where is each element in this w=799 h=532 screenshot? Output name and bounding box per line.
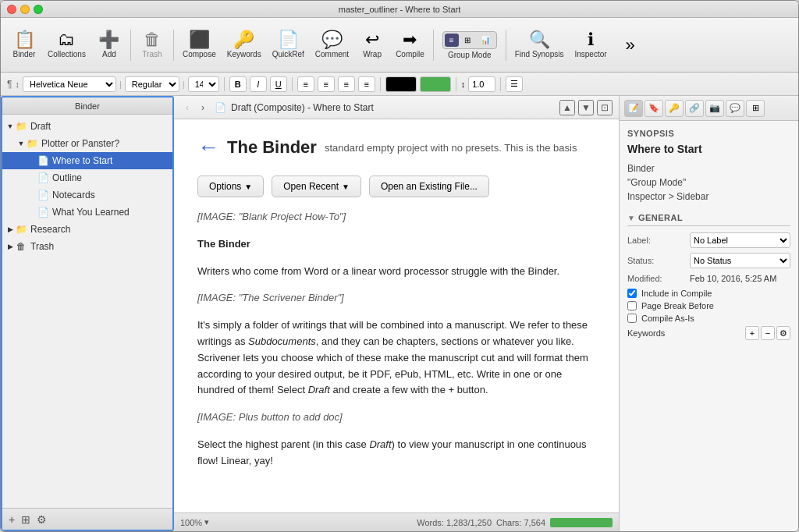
compose-button[interactable]: ⬛ Compose (178, 23, 221, 68)
insp-link-btn[interactable]: 🔗 (685, 100, 704, 117)
nav-up-button[interactable]: ▲ (559, 100, 575, 115)
align-right-button[interactable]: ≡ (338, 76, 355, 92)
separator-2 (173, 30, 174, 61)
maximize-button[interactable] (34, 5, 43, 14)
inspector-button[interactable]: ℹ Inspector (570, 23, 611, 68)
keywords-button[interactable]: 🔑 Keywords (222, 23, 266, 68)
sidebar-item-draft[interactable]: ▼ 📁 Draft (2, 118, 172, 135)
wrap-button[interactable]: ↩ Wrap (355, 23, 389, 68)
open-recent-button[interactable]: Open Recent ▼ (272, 176, 361, 197)
zoom-arrow-icon: ▾ (204, 517, 209, 527)
binder-arrow-icon: ← (197, 135, 219, 160)
options-button[interactable]: Options ▼ (197, 176, 264, 197)
sidebar-title: Binder (75, 101, 100, 111)
gm-outline-btn[interactable]: 📊 (476, 34, 495, 47)
status-field-row: Status: No Status (627, 253, 790, 268)
draft-em-2: Draft (369, 438, 391, 450)
doc-title: Draft (Composite) - Where to Start (231, 102, 374, 113)
highlight-color-button[interactable] (420, 76, 451, 92)
nav-split-button[interactable]: ⊡ (597, 100, 613, 115)
what-you-learned-label: What You Learned (52, 207, 130, 218)
quickref-button[interactable]: 📄 QuickRef (268, 23, 309, 68)
keywords-add-button[interactable]: + (745, 326, 759, 340)
align-left-button[interactable]: ≡ (297, 76, 314, 92)
image-2: [IMAGE: "The Scrivener Binder"] (197, 290, 595, 307)
insp-note-btn[interactable]: 💬 (726, 100, 744, 117)
label-select[interactable]: No Label (690, 232, 790, 248)
line-height-icon: ↕ (461, 80, 466, 89)
sidebar-item-trash[interactable]: ▶ 🗑 Trash (2, 238, 172, 255)
gm-list-btn[interactable]: ≡ (445, 34, 459, 47)
compile-icon: ➡ (403, 31, 417, 48)
binder-button[interactable]: 📋 Binder (7, 23, 41, 68)
synopsis-section-title: Synopsis (627, 129, 790, 138)
insp-camera-btn[interactable]: 📷 (705, 100, 724, 117)
insp-bookmark-btn[interactable]: 🔖 (645, 100, 663, 117)
sidebar-item-plotter[interactable]: ▼ 📁 Plotter or Panster? (2, 135, 172, 152)
insp-key-btn[interactable]: 🔑 (665, 100, 684, 117)
comment-button[interactable]: 💬 Comment (311, 23, 353, 68)
sidebar-settings-button[interactable]: ⚙ (37, 513, 47, 526)
page-break-checkbox[interactable] (627, 301, 637, 310)
the-binder-heading: The Binder (197, 238, 250, 250)
collections-button[interactable]: 🗂 Collections (43, 23, 91, 68)
synopsis-text-1: Binder (627, 161, 790, 176)
group-mode-button[interactable]: ≡ ⊞ 📊 Group Mode (438, 23, 502, 68)
sidebar-item-where-to-start[interactable]: 📄 Where to Start (2, 152, 172, 169)
insp-synopsis-btn[interactable]: 📝 (624, 100, 643, 117)
font-size-select[interactable]: 14 (188, 76, 219, 92)
sidebar-item-what-you-learned[interactable]: 📄 What You Learned (2, 204, 172, 221)
include-compile-row: Include in Compile (627, 289, 790, 298)
minimize-button[interactable] (20, 5, 30, 14)
open-existing-button[interactable]: Open an Existing File... (369, 176, 489, 197)
sidebar-add-button[interactable]: + (9, 513, 15, 526)
nav-right: ▲ ▼ ⊡ (559, 100, 613, 115)
collections-icon: 🗂 (58, 31, 75, 48)
list-button[interactable]: ☰ (506, 76, 523, 92)
size-sep: | (183, 80, 185, 89)
compile-button[interactable]: ➡ Compile (391, 23, 429, 68)
general-section-title: General (638, 213, 683, 222)
sep-format (224, 77, 225, 91)
sidebar-item-outline[interactable]: 📄 Outline (2, 169, 172, 186)
italic-button[interactable]: I (250, 76, 267, 92)
sidebar-item-notecards[interactable]: 📄 Notecards (2, 186, 172, 204)
draft-folder-icon: 📁 (15, 120, 27, 133)
open-existing-label: Open an Existing File... (381, 181, 478, 192)
char-count: Chars: 7,564 (496, 518, 545, 527)
compile-asis-checkbox[interactable] (627, 314, 637, 323)
sidebar-group-button[interactable]: ⊞ (21, 513, 30, 526)
add-button[interactable]: ➕ Add (92, 23, 126, 68)
more-button[interactable]: » (613, 23, 648, 68)
wrap-label: Wrap (363, 50, 382, 59)
sidebar-item-research[interactable]: ▶ 📁 Research (2, 221, 172, 238)
trash-button[interactable]: 🗑 Trash (135, 23, 169, 68)
keywords-icon: 🔑 (233, 31, 254, 48)
font-family-select[interactable]: Helvetica Neue (23, 76, 116, 92)
nav-back-button[interactable]: ‹ (180, 101, 194, 115)
line-height-input[interactable] (468, 76, 495, 92)
close-button[interactable] (7, 5, 16, 14)
justify-button[interactable]: ≡ (358, 76, 375, 92)
status-select[interactable]: No Status (690, 253, 790, 268)
gm-cork-btn[interactable]: ⊞ (460, 34, 475, 47)
text-color-button[interactable] (385, 76, 417, 92)
find-synopsis-button[interactable]: 🔍 Find Synopsis (510, 23, 569, 68)
nav-down-button[interactable]: ▼ (578, 100, 594, 115)
insp-expand-btn[interactable]: ⊞ (746, 100, 765, 117)
align-center-button[interactable]: ≡ (318, 76, 335, 92)
font-sep: | (119, 80, 122, 89)
editor-subtext: standard empty project with no presets. … (325, 142, 577, 154)
compose-label: Compose (183, 50, 216, 59)
keywords-settings-button[interactable]: ⚙ (776, 326, 790, 340)
nav-forward-button[interactable]: › (196, 101, 210, 115)
modified-field-value: Feb 10, 2016, 5:25 AM (690, 273, 790, 284)
include-compile-checkbox[interactable] (627, 289, 637, 298)
para-1: Writers who come from Word or a linear w… (197, 264, 595, 280)
where-to-start-icon: 📄 (37, 154, 49, 167)
underline-button[interactable]: U (270, 76, 287, 92)
bold-button[interactable]: B (229, 76, 247, 92)
comment-icon: 💬 (321, 31, 343, 48)
font-style-select[interactable]: Regular (125, 76, 179, 92)
keywords-remove-button[interactable]: − (761, 326, 775, 340)
